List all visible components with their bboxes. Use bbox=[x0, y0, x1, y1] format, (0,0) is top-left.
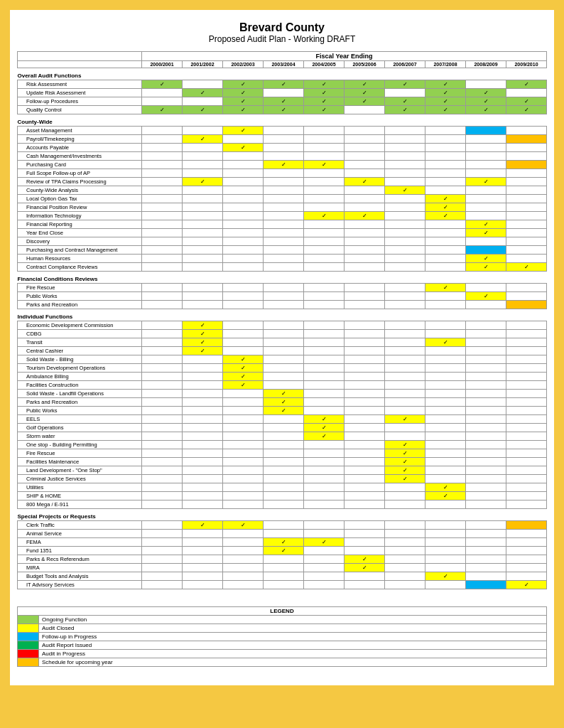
legend-ongoing-label: Ongoing Function bbox=[39, 616, 547, 624]
year-9: 2009/2010 bbox=[506, 61, 547, 68]
row-parks-referendum: Parks & Recs Referendum bbox=[18, 555, 547, 564]
legend-audit-progress: Audit in Progress bbox=[18, 650, 547, 658]
row-risk-assessment: Risk Assessment bbox=[18, 80, 547, 89]
row-financial-reporting: Financial Reporting bbox=[18, 220, 547, 229]
row-facilities-construction: Facilities Construction bbox=[18, 381, 547, 390]
row-info-tech: Information Technology bbox=[18, 212, 547, 220]
row-one-stop-building: One stop - Building Permitting bbox=[18, 441, 547, 449]
row-year-end-close: Year End Close bbox=[18, 229, 547, 237]
row-public-works-fin: Public Works bbox=[18, 292, 547, 301]
page: Brevard County Proposed Audit Plan - Wor… bbox=[9, 9, 555, 687]
row-parks-recreation-fin: Parks and Recreation bbox=[18, 301, 547, 309]
row-solid-waste-billing: Solid Waste - Billing bbox=[18, 355, 547, 364]
legend-ongoing: Ongoing Function bbox=[18, 616, 547, 624]
grid-container: Fiscal Year Ending 2000/2001 2001/2002 2… bbox=[17, 51, 547, 589]
row-tourism: Tourism Development Operations bbox=[18, 364, 547, 373]
row-financial-position: Financial Position Review bbox=[18, 203, 547, 212]
row-accounts-payable: Accounts Payable bbox=[18, 144, 547, 152]
fiscal-year-header: Fiscal Year Ending bbox=[142, 52, 547, 61]
row-land-dev: Land Development - "One Stop" bbox=[18, 466, 547, 475]
year-4: 2004/2005 bbox=[304, 61, 345, 68]
row-eels: EELS bbox=[18, 415, 547, 424]
row-transit: Transit bbox=[18, 338, 547, 347]
main-title: Brevard County bbox=[17, 21, 547, 34]
row-countywide-analysis: County-Wide Analysis bbox=[18, 186, 547, 195]
audit-table: Fiscal Year Ending 2000/2001 2001/2002 2… bbox=[17, 51, 547, 589]
row-utilities: Utilities bbox=[18, 483, 547, 492]
year-6: 2006/2007 bbox=[385, 61, 425, 68]
row-followup-procedures: Follow-up Procedures bbox=[18, 97, 547, 106]
legend-report-issued: Audit Report Issued bbox=[18, 641, 547, 650]
row-purchasing-card: Purchasing Card bbox=[18, 161, 547, 169]
legend-audit-progress-label: Audit in Progress bbox=[39, 650, 547, 658]
row-local-option-gas: Local Option Gas Tax bbox=[18, 195, 547, 203]
row-edc: Economic Development Commission bbox=[18, 321, 547, 330]
section-financial-conditions: Financial Conditions Reviews bbox=[18, 272, 547, 284]
row-budget-tools: Budget Tools and Analysis bbox=[18, 572, 547, 581]
sub-title: Proposed Audit Plan - Working DRAFT bbox=[17, 34, 547, 44]
section-individual: Individual Functions bbox=[18, 309, 547, 321]
legend-schedule: Schedule for upcoming year bbox=[18, 658, 547, 667]
row-fire-rescue-ind: Fire Rescue bbox=[18, 449, 547, 458]
year-1: 2001/2002 bbox=[183, 61, 223, 68]
row-fund-1351: Fund 1351 bbox=[18, 547, 547, 555]
row-update-risk: Update Risk Assessment bbox=[18, 89, 547, 97]
row-it-advisory: IT Advisory Services bbox=[18, 581, 547, 589]
row-contract-compliance: Contract Compliance Reviews bbox=[18, 263, 547, 272]
row-fema: FEMA bbox=[18, 538, 547, 547]
legend-report-label: Audit Report Issued bbox=[39, 641, 547, 650]
row-mira: MIRA bbox=[18, 564, 547, 572]
row-fire-rescue-fin: Fire Rescue bbox=[18, 284, 547, 292]
row-clerk-traffic: Clerk Traffic bbox=[18, 521, 547, 530]
year-3: 2003/2004 bbox=[264, 61, 304, 68]
row-payroll: Payroll/Timekeeping bbox=[18, 135, 547, 144]
row-human-resources: Human Resources bbox=[18, 255, 547, 263]
year-7: 2007/2008 bbox=[425, 61, 466, 68]
row-800-mega: 800 Mega / E-911 bbox=[18, 500, 547, 509]
year-2: 2002/2003 bbox=[223, 61, 264, 68]
legend-schedule-label: Schedule for upcoming year bbox=[39, 658, 547, 667]
section-overall: Overall Audit Functions bbox=[18, 68, 547, 80]
row-golf-operations: Golf Operations bbox=[18, 424, 547, 432]
row-cdbg: CDBG bbox=[18, 330, 547, 338]
row-facilities-maint: Facilities Maintenance bbox=[18, 458, 547, 466]
row-ambulance: Ambulance Billing bbox=[18, 373, 547, 381]
year-5: 2005/2006 bbox=[345, 61, 385, 68]
row-purchasing-contract: Purchasing and Contract Management bbox=[18, 246, 547, 255]
legend-title: LEGEND bbox=[18, 607, 547, 616]
row-central-cashier: Central Cashier bbox=[18, 347, 547, 355]
title-section: Brevard County Proposed Audit Plan - Wor… bbox=[17, 21, 547, 44]
row-discovery: Discovery bbox=[18, 237, 547, 246]
row-tpa-claims: Review of TPA Claims Processing bbox=[18, 178, 547, 186]
legend-audit-closed: Audit Closed bbox=[18, 624, 547, 633]
row-criminal-justice: Criminal Justice Services bbox=[18, 475, 547, 483]
row-solid-waste-landfill: Solid Waste - Landfill Operations bbox=[18, 390, 547, 398]
legend-followup-label: Follow-up in Progress bbox=[39, 633, 547, 641]
legend-table: LEGEND Ongoing Function Audit Closed Fol… bbox=[17, 606, 547, 667]
row-full-scope: Full Scope Follow-up of AP bbox=[18, 169, 547, 178]
section-county-wide: County-Wide bbox=[18, 114, 547, 127]
year-0: 2000/2001 bbox=[142, 61, 183, 68]
section-special-projects: Special Projects or Requests bbox=[18, 509, 547, 521]
row-cash-mgmt: Cash Management/Investments bbox=[18, 152, 547, 161]
row-ship-home: SHIP & HOME bbox=[18, 492, 547, 500]
row-parks-recreation-ind: Parks and Recreation bbox=[18, 398, 547, 407]
row-public-works-ind: Public Works bbox=[18, 407, 547, 415]
legend-closed-label: Audit Closed bbox=[39, 624, 547, 633]
row-storm-water: Storm water bbox=[18, 432, 547, 441]
row-animal-service: Animal Service bbox=[18, 530, 547, 538]
legend-followup: Follow-up in Progress bbox=[18, 633, 547, 641]
year-8: 2008/2009 bbox=[466, 61, 506, 68]
row-quality-control: Quality Control bbox=[18, 106, 547, 114]
row-asset-mgmt: Asset Management bbox=[18, 127, 547, 135]
